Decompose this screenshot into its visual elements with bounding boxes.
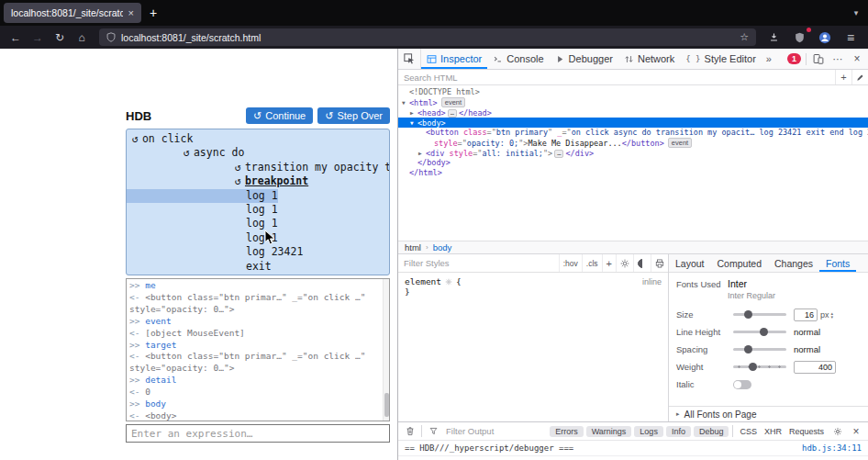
twisty-icon[interactable]: ▼ <box>402 97 409 107</box>
url-bar[interactable]: localhost:8081/_site/scratch.html ☆ <box>99 28 756 46</box>
protection-shield-icon[interactable] <box>789 28 809 46</box>
continue-button[interactable]: ↺ Continue <box>246 107 313 124</box>
markup-line[interactable]: ▶<head>…</head> <box>398 107 868 118</box>
expand-twisty-icon[interactable]: ▸ <box>676 410 680 418</box>
style-filter-input[interactable] <box>398 258 559 268</box>
print-simulation-icon[interactable] <box>651 254 668 272</box>
rule-element-selector[interactable]: element <box>405 276 441 286</box>
breadcrumb-body[interactable]: body <box>433 242 452 252</box>
code-line[interactable]: ↺on click <box>127 132 389 146</box>
tab-close-icon[interactable]: × <box>128 7 134 18</box>
breadcrumb-html[interactable]: html <box>405 242 421 252</box>
clear-console-trash-icon[interactable] <box>403 424 417 439</box>
markup-line[interactable]: style="opacity: 0;">Make Me Disappear...… <box>398 138 868 148</box>
new-tab-button[interactable]: + <box>141 6 165 20</box>
console-log-row[interactable]: == HDB///_hyperscript/debugger === hdb.j… <box>398 441 868 456</box>
event-badge[interactable]: event <box>668 138 692 148</box>
event-badge[interactable]: event <box>441 97 465 107</box>
markup-line[interactable]: <button class="btn primary" _="on click … <box>398 128 868 138</box>
add-node-button[interactable]: + <box>835 70 851 84</box>
code-line[interactable]: log 1 <box>127 231 389 245</box>
code-line[interactable]: log 1 <box>127 203 389 217</box>
all-fonts-section[interactable]: ▸ All Fonts on Page <box>669 406 868 421</box>
add-rule-button[interactable]: + <box>602 254 616 272</box>
code-line[interactable]: log 1 <box>127 217 389 230</box>
filter-output-input[interactable] <box>444 425 540 437</box>
markup-line[interactable]: </html> <box>398 168 868 178</box>
console-settings-gear-icon[interactable] <box>830 424 845 439</box>
scrollbar-thumb[interactable] <box>384 393 389 417</box>
back-button[interactable]: ← <box>6 28 26 46</box>
markup-line[interactable]: <!DOCTYPE html> <box>398 87 868 97</box>
responsive-design-icon[interactable] <box>811 51 826 66</box>
console-close-icon[interactable]: × <box>849 424 863 439</box>
font-family-name[interactable]: Inter <box>728 278 775 289</box>
filter-css[interactable]: CSS <box>737 426 760 437</box>
menu-icon[interactable]: ≡ <box>840 28 861 46</box>
twisty-icon[interactable]: ▶ <box>418 148 426 158</box>
code-line[interactable]: log 23421 <box>127 245 389 259</box>
forward-button[interactable]: → <box>28 28 48 46</box>
edit-html-pencil-icon[interactable] <box>851 70 868 84</box>
devtools-tab-inspector[interactable]: Inspector <box>421 49 487 69</box>
devtools-close-icon[interactable]: × <box>850 51 864 66</box>
filter-errors[interactable]: Errors <box>550 426 584 437</box>
filter-warnings[interactable]: Warnings <box>586 426 632 437</box>
size-slider[interactable] <box>733 313 786 316</box>
download-icon[interactable] <box>763 28 784 46</box>
sidebar-tab-fonts[interactable]: Fonts <box>819 254 856 272</box>
filter-debug[interactable]: Debug <box>694 426 729 437</box>
filter-xhr[interactable]: XHR <box>762 426 785 437</box>
twisty-icon[interactable]: ▼ <box>410 118 417 128</box>
devtools-menu-icon[interactable]: ⋯ <box>830 51 845 66</box>
devtools-tab-debugger[interactable]: Debugger <box>550 49 618 69</box>
step-over-button[interactable]: ↺ Step Over <box>317 107 390 124</box>
markup-line[interactable]: ▼<html>event <box>398 97 868 107</box>
devtools-tab-network[interactable]: Network <box>618 49 680 69</box>
browser-tab[interactable]: localhost:8081/_site/scratch.html × <box>4 3 141 23</box>
spacing-slider[interactable] <box>733 348 786 351</box>
error-count-badge[interactable]: 1 <box>787 53 801 64</box>
pseudo-class-button[interactable]: :hov <box>559 254 582 272</box>
twisty-icon[interactable]: ▶ <box>410 107 417 118</box>
code-line[interactable]: ↺async do <box>127 146 389 160</box>
reload-button[interactable]: ↻ <box>50 28 70 46</box>
filter-requests[interactable]: Requests <box>786 426 827 437</box>
sidebar-tab-layout[interactable]: Layout <box>669 254 711 272</box>
code-line[interactable]: exit <box>127 260 389 274</box>
line-height-slider[interactable] <box>733 331 786 333</box>
list-tabs-icon[interactable]: ▾ <box>844 8 868 17</box>
sidebar-tab-computed[interactable]: Computed <box>711 254 768 272</box>
log-source-link[interactable]: hdb.js:34:11 <box>802 443 862 453</box>
pick-element-button[interactable] <box>398 49 421 69</box>
filter-logs[interactable]: Logs <box>634 426 663 437</box>
weight-value-input[interactable]: 400 <box>794 361 836 374</box>
rule-source-label[interactable]: inline <box>642 277 662 286</box>
url-text[interactable]: localhost:8081/_site/scratch.html <box>121 32 734 43</box>
weight-slider[interactable] <box>733 365 786 368</box>
markup-line[interactable]: ▶<div style="all: initial;">…</div> <box>398 148 868 158</box>
account-icon[interactable] <box>815 28 835 46</box>
filter-info[interactable]: Info <box>666 426 691 437</box>
size-value-input[interactable]: 16 <box>794 309 818 321</box>
dark-scheme-icon[interactable] <box>633 254 651 272</box>
html-search-input[interactable] <box>398 70 835 84</box>
code-line[interactable]: ↺transition my opacity to 0 <box>127 161 389 174</box>
devtools-tab-style-editor[interactable]: { }Style Editor <box>680 49 762 69</box>
sidebar-tab-changes[interactable]: Changes <box>768 254 819 272</box>
code-line[interactable]: log 1 <box>127 189 389 203</box>
hdb-console-scrollbar[interactable] <box>383 279 389 421</box>
italic-toggle[interactable] <box>733 380 751 389</box>
bookmark-star-icon[interactable]: ☆ <box>740 31 749 43</box>
more-tools-button[interactable]: » <box>762 49 776 69</box>
code-line[interactable]: ↺breakpoint <box>127 174 389 188</box>
markup-line[interactable]: ▼<body> <box>398 118 868 128</box>
unit-stepper[interactable]: ▴▾ <box>831 311 834 319</box>
expression-input[interactable] <box>126 424 390 443</box>
light-scheme-icon[interactable] <box>616 254 633 272</box>
home-button[interactable]: ⌂ <box>72 28 92 46</box>
rule-gear-icon[interactable] <box>445 278 452 286</box>
class-toggle-button[interactable]: .cls <box>582 254 602 272</box>
markup-line[interactable]: </body> <box>398 158 868 168</box>
devtools-tab-console[interactable]: Console <box>487 49 549 69</box>
